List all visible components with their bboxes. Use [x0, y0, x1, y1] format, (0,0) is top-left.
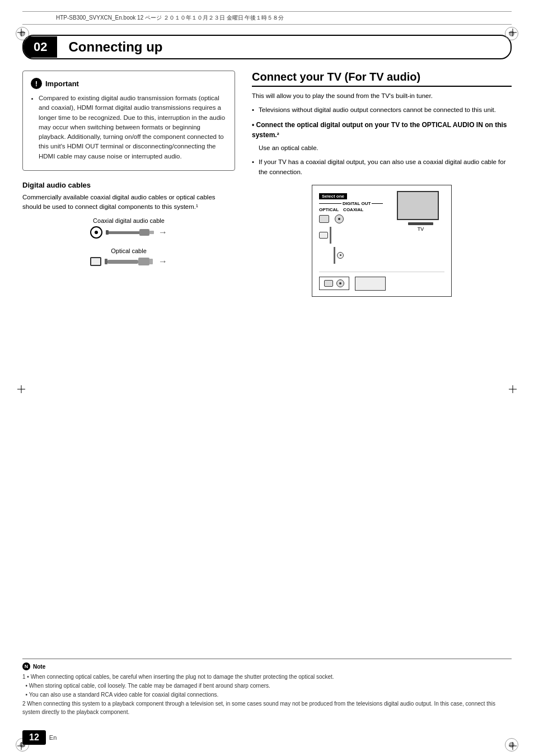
unit-coax-port: [336, 279, 344, 287]
optical-port: [319, 215, 329, 223]
unit-bottom-row: [319, 272, 444, 291]
port-row: [319, 214, 391, 223]
select-one-label: Select one: [319, 193, 347, 199]
right-column: Connect your TV (For TV audio) This will…: [252, 71, 512, 297]
footnote-note1: 1 • When connecting optical cables, be c…: [22, 673, 512, 681]
note-title-row: N Note: [22, 662, 512, 670]
footnote-2: 2 When connecting this system to a playb…: [22, 699, 512, 716]
important-box: ! Important Compared to existing digital…: [22, 71, 235, 171]
chapter-number: 02: [24, 36, 57, 58]
page-container: HTP-SB300_SVYXCN_En.book 12 ページ ２０１０年１０月…: [0, 11, 534, 756]
unit-ports: [324, 279, 344, 287]
page-lang: En: [49, 734, 57, 741]
tv-instruction-bold: Connect the optical digital output on yo…: [252, 121, 507, 139]
left-column: ! Important Compared to existing digital…: [22, 71, 235, 297]
digital-cables-section: Digital audio cables Commercially availa…: [22, 181, 235, 267]
optical-port-label: OPTICAL: [319, 207, 339, 212]
coax-cable-body: [106, 229, 149, 236]
optical-cable-item: [319, 227, 391, 244]
coaxial-port-label: COAXIAL: [343, 207, 363, 212]
page-number-area: 12 En: [22, 730, 57, 745]
important-label: Important: [45, 80, 79, 88]
tv-bullet2: If your TV has a coaxial digital output,…: [252, 157, 512, 177]
digital-cables-title: Digital audio cables: [22, 181, 235, 189]
diagram-box: Select one DIGITAL OUT OPTICAL COAXIAL: [312, 185, 452, 297]
opt-cable-arrow: →: [158, 256, 167, 267]
opt-cable-body: [105, 258, 149, 265]
important-bullet: Compared to existing digital audio trans…: [39, 94, 227, 161]
tv-instruction-sub: Use an optical cable.: [252, 143, 512, 153]
tv-label-in-diagram: TV: [397, 226, 444, 232]
coaxial-diagram: →: [22, 226, 235, 239]
coax-plug-left: [90, 226, 102, 239]
cross-br: [507, 740, 518, 752]
opt-plug-left: [90, 257, 101, 266]
optical-diagram: →: [22, 256, 235, 267]
remote-device: [355, 277, 386, 291]
footnote-note3: • You can also use a standard RCA video …: [22, 690, 512, 699]
coaxial-port: [335, 214, 344, 223]
file-header: HTP-SB300_SVYXCN_En.book 12 ページ ２０１０年１０月…: [22, 11, 512, 25]
coax-center: [95, 231, 98, 234]
important-icon: !: [31, 78, 42, 89]
coaxial-cable-item: [334, 247, 391, 264]
digital-out-row: DIGITAL OUT: [319, 201, 391, 206]
coaxial-center-dot: [338, 218, 340, 220]
cable-arrow: →: [158, 227, 167, 237]
tv-screen: [397, 191, 439, 220]
important-title-row: ! Important: [31, 78, 227, 89]
opt-connector: [319, 232, 328, 239]
tv-body-diagram: TV: [397, 191, 444, 232]
select-one-box: Select one DIGITAL OUT OPTICAL COAXIAL: [319, 191, 391, 264]
file-info-text: HTP-SB300_SVYXCN_En.book 12 ページ ２０１０年１０月…: [56, 14, 284, 22]
tv-intro-text: This will allow you to play the sound fr…: [252, 91, 512, 101]
note-label: Note: [33, 664, 45, 670]
unit-connector-box: [319, 277, 349, 290]
tv-section-title: Connect your TV (For TV audio): [252, 71, 512, 87]
footnote-note2: • When storing optical cable, coil loose…: [22, 682, 512, 690]
optical-coaxial-labels: OPTICAL COAXIAL: [319, 207, 391, 212]
tv-stand-base: [408, 222, 433, 225]
tv-connection-diagram: Select one DIGITAL OUT OPTICAL COAXIAL: [252, 185, 512, 297]
unit-opt-port: [324, 280, 333, 287]
cable-going-down: [319, 227, 391, 264]
optical-label: Optical cable: [22, 248, 235, 254]
digital-cables-text: Commercially available coaxial digital a…: [22, 193, 235, 212]
cross-tl: [16, 27, 27, 38]
tv-instruction: • Connect the optical digital output on …: [252, 120, 512, 141]
cross-tr: [507, 27, 518, 38]
coaxial-label: Coaxial digital audio cable: [22, 217, 235, 224]
tv-bullet1: Televisions without digital audio output…: [252, 105, 512, 115]
page-number: 12: [22, 730, 46, 745]
cross-mr: [507, 384, 518, 395]
chapter-title: Connecting up: [57, 36, 510, 58]
footnotes-area: N Note 1 • When connecting optical cable…: [22, 659, 512, 717]
coax-bottom-connector: [337, 252, 344, 259]
diagram-top: Select one DIGITAL OUT OPTICAL COAXIAL: [319, 191, 444, 264]
content-area: ! Important Compared to existing digital…: [22, 71, 512, 297]
note-icon: N: [22, 662, 30, 670]
footnote-text-area: 1 • When connecting optical cables, be c…: [22, 673, 512, 716]
chapter-header: 02 Connecting up: [22, 35, 512, 59]
cross-ml: [16, 384, 27, 395]
important-text: Compared to existing digital audio trans…: [31, 94, 227, 161]
digital-out-label: DIGITAL OUT: [343, 201, 371, 206]
